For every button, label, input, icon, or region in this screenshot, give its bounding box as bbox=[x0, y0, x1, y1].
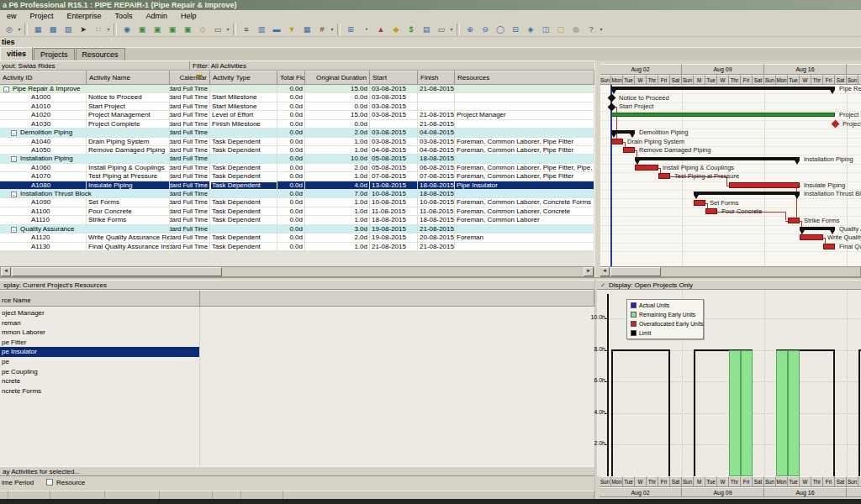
gantt-task-bar[interactable] bbox=[729, 182, 800, 188]
display-activities-bar[interactable]: ay Activities for selected... bbox=[0, 466, 594, 476]
gantt-summary-bar[interactable] bbox=[694, 192, 800, 195]
toolbar-dropdown-icon[interactable]: ▾ bbox=[599, 24, 604, 35]
comment-icon[interactable]: ▢ bbox=[554, 23, 568, 36]
table-row[interactable]: A1030Project Completendard Full TimeFini… bbox=[0, 120, 594, 129]
scroll-thumb[interactable] bbox=[12, 267, 222, 276]
help-icon[interactable]: ? bbox=[584, 23, 598, 36]
add-row-icon[interactable]: ▣ bbox=[135, 23, 149, 36]
horizontal-split-icon[interactable]: ⊟ bbox=[509, 23, 522, 36]
title-bar[interactable]: a P6 Professional R15.1 : PIPE REPAIR-1 … bbox=[0, 0, 861, 10]
spreadsheet-icon[interactable]: ⊞ bbox=[344, 23, 357, 36]
table-group-row[interactable]: -Installation Pipingndard Full Time0.0d1… bbox=[0, 155, 594, 163]
column-header-original-duration[interactable]: Original Duration bbox=[305, 71, 370, 85]
zoom-fit-icon[interactable]: ◯ bbox=[494, 23, 507, 36]
columns-icon[interactable]: ▥ bbox=[255, 23, 268, 36]
column-header-activity-type[interactable]: Activity Type bbox=[210, 71, 277, 85]
bars-settings-icon[interactable]: ▬ bbox=[270, 23, 283, 36]
gantt-task-bar[interactable] bbox=[800, 234, 823, 240]
scroll-right-icon[interactable]: ► bbox=[584, 267, 594, 276]
filter-funnel-icon[interactable]: ▼ bbox=[285, 23, 298, 36]
table-group-row[interactable]: -Installation Thrust Blockndard Full Tim… bbox=[0, 190, 594, 198]
toolbar-dropdown-icon[interactable]: ▾ bbox=[330, 24, 335, 35]
gantt-task-bar[interactable] bbox=[694, 200, 705, 206]
column-header-activity-name[interactable]: Activity Name bbox=[87, 71, 170, 85]
resource-list-item[interactable]: oject Manager bbox=[0, 308, 199, 318]
gantt-loe-bar[interactable] bbox=[611, 113, 835, 117]
usage-bar[interactable] bbox=[776, 350, 788, 476]
assign-resources-icon[interactable]: ◆ bbox=[389, 23, 403, 36]
link-activities-icon[interactable]: ◇ bbox=[196, 23, 209, 36]
gantt-view-icon[interactable]: ▩ bbox=[46, 23, 60, 36]
paste-icon[interactable]: ▣ bbox=[166, 23, 179, 36]
timescale-week[interactable]: Aug 02 bbox=[600, 64, 682, 75]
gantt-task-bar[interactable] bbox=[705, 208, 717, 214]
menu-item-enterprise[interactable]: Enterprise bbox=[61, 10, 108, 22]
column-header-start[interactable]: Start bbox=[370, 71, 418, 85]
gantt-task-bar[interactable] bbox=[623, 147, 635, 153]
tab-resources[interactable]: Resources bbox=[76, 48, 125, 60]
timescale-week[interactable] bbox=[847, 64, 861, 75]
table-row[interactable]: A1010Start Projectndard Full TimeStart M… bbox=[0, 102, 594, 111]
group-band-icon[interactable]: ≡ bbox=[240, 23, 253, 36]
timescale-week[interactable]: Aug 09 bbox=[682, 64, 764, 75]
usage-bar[interactable] bbox=[729, 350, 741, 476]
toolbar-dropdown-icon[interactable]: ▾ bbox=[449, 24, 454, 35]
toolbar-dropdown-icon[interactable]: ▾ bbox=[106, 24, 111, 35]
menu-item-help[interactable]: Help bbox=[174, 10, 203, 22]
collapse-toggle-icon[interactable]: - bbox=[11, 192, 17, 197]
level-resources-icon[interactable]: ▲ bbox=[374, 23, 388, 36]
table-row[interactable]: A1120Write Quality Assurance Reportndard… bbox=[0, 234, 594, 242]
collapse-icon[interactable]: ◈ bbox=[524, 23, 537, 36]
timescale-week[interactable]: Aug 02 bbox=[600, 487, 682, 497]
timescale-week[interactable]: Aug 16 bbox=[764, 64, 847, 75]
collapse-toggle-icon[interactable]: - bbox=[3, 87, 9, 92]
search-icon[interactable]: ◎ bbox=[3, 23, 16, 36]
table-group-row[interactable]: -Pipe Repair & Improvendard Full Time0.0… bbox=[0, 85, 594, 93]
column-header-finish[interactable]: Finish bbox=[418, 71, 455, 85]
find-icon[interactable]: ◉ bbox=[120, 23, 134, 36]
tab-vities[interactable]: vities bbox=[0, 47, 33, 60]
menu-item-ew[interactable]: ew bbox=[0, 10, 24, 22]
gantt-summary-bar[interactable] bbox=[611, 87, 835, 90]
timescale-icon[interactable]: ▦ bbox=[300, 23, 314, 36]
table-row[interactable]: A1040Drain Piping Systemndard Full TimeT… bbox=[0, 138, 594, 146]
toolbar-dropdown-icon[interactable]: ▾ bbox=[225, 24, 230, 35]
filter-label[interactable]: Filter: All Activities bbox=[189, 61, 594, 71]
resource-list-item[interactable]: pe Coupling bbox=[0, 367, 199, 377]
gantt-task-bar[interactable] bbox=[788, 218, 800, 223]
timescale-week[interactable]: Aug 16 bbox=[764, 487, 847, 497]
gantt-task-bar[interactable] bbox=[658, 173, 670, 179]
column-header-total-float[interactable]: Total Float bbox=[277, 71, 305, 85]
usage-bar[interactable] bbox=[741, 350, 753, 476]
scroll-thumb[interactable] bbox=[610, 267, 661, 276]
table-row[interactable]: A1090Set Formsndard Full TimeTask Depend… bbox=[0, 198, 594, 207]
vertical-split-icon[interactable]: ◫ bbox=[539, 23, 552, 36]
gantt-task-bar[interactable] bbox=[635, 165, 658, 171]
delete-row-icon[interactable]: ▣ bbox=[181, 23, 194, 36]
menu-item-tools[interactable]: Tools bbox=[108, 10, 140, 22]
table-row[interactable]: A1070Test Piping at Pressurendard Full T… bbox=[0, 172, 594, 181]
resource-list-item[interactable]: pe Fitter bbox=[0, 338, 199, 348]
table-row[interactable]: A1110Strike Formsndard Full TimeTask Dep… bbox=[0, 216, 594, 224]
copy-icon[interactable]: ▣ bbox=[151, 23, 164, 36]
print-icon[interactable]: ▭ bbox=[435, 23, 448, 36]
resource-list-item[interactable]: reman bbox=[0, 318, 199, 328]
table-row[interactable]: A1020Project Managementndard Full TimeLe… bbox=[0, 111, 594, 119]
table-row[interactable]: A1080Insulate Pipingndard Full TimeTask … bbox=[0, 181, 594, 190]
table-row[interactable]: A1130Final Quality Assurance Inspectionn… bbox=[0, 243, 594, 251]
activity-table-icon[interactable]: ▦ bbox=[31, 23, 45, 36]
web-icon[interactable]: ◍ bbox=[569, 23, 583, 36]
toolbar-dropdown-icon[interactable]: ▾ bbox=[17, 24, 22, 35]
tab-projects[interactable]: Projects bbox=[34, 48, 75, 60]
scroll-left-icon[interactable]: ◄ bbox=[600, 267, 610, 276]
column-header-calendar[interactable]: Calendar bbox=[170, 71, 210, 85]
gantt-task-bar[interactable] bbox=[611, 139, 623, 144]
resource-list-item[interactable]: pe Insulator bbox=[0, 347, 199, 357]
table-row[interactable]: A1100Pour Concretendard Full TimeTask De… bbox=[0, 207, 594, 216]
resource-checkbox[interactable] bbox=[46, 479, 53, 486]
gantt-task-bar[interactable] bbox=[823, 244, 835, 249]
resource-name-column-header[interactable]: rce Name bbox=[0, 290, 594, 307]
collapse-toggle-icon[interactable]: - bbox=[11, 227, 17, 233]
table-row[interactable]: A1050Remove Damaged Pipingndard Full Tim… bbox=[0, 146, 594, 155]
gantt-hscrollbar[interactable]: ◄ bbox=[597, 266, 861, 277]
